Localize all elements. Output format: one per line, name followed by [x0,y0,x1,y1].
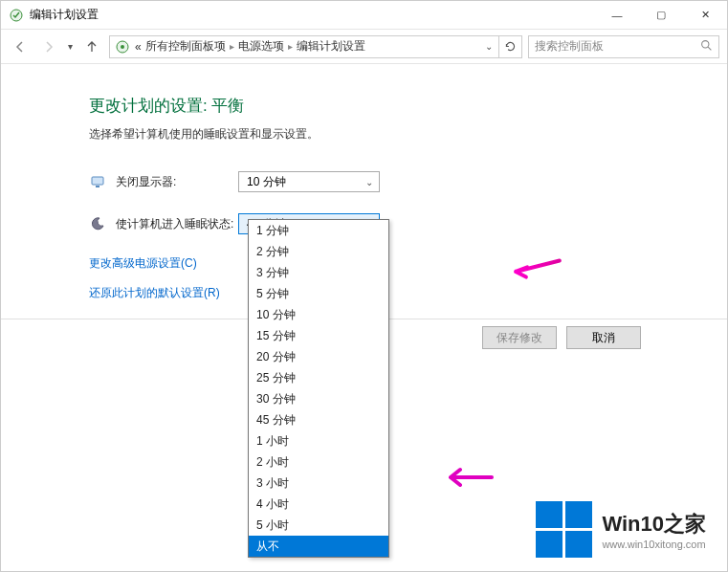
cancel-button[interactable]: 取消 [566,326,641,349]
dropdown-option[interactable]: 25 分钟 [249,367,388,388]
dropdown-option[interactable]: 45 分钟 [249,409,388,430]
dropdown-option[interactable]: 30 分钟 [249,388,388,409]
svg-point-2 [121,45,124,49]
dropdown-option[interactable]: 4 小时 [249,494,388,515]
search-input[interactable]: 搜索控制面板 [528,35,719,58]
sleep-label: 使计算机进入睡眠状态: [116,216,238,232]
svg-point-3 [702,40,709,47]
search-placeholder: 搜索控制面板 [535,38,604,55]
back-button[interactable] [9,35,32,58]
recent-dropdown[interactable]: ▾ [66,41,75,52]
chevron-down-icon: ⌄ [365,177,373,187]
dropdown-option[interactable]: 2 分钟 [249,241,388,262]
page-subtext: 选择希望计算机使用的睡眠设置和显示设置。 [89,126,727,143]
dropdown-option[interactable]: 1 小时 [249,430,388,451]
row-turn-off-display: 关闭显示器: 10 分钟 ⌄ [89,171,727,192]
address-icon [114,38,131,55]
breadcrumb-sep: ▸ [230,41,234,52]
dropdown-option[interactable]: 5 小时 [249,515,388,536]
dropdown-option[interactable]: 20 分钟 [249,346,388,367]
minimize-button[interactable]: — [595,1,639,30]
annotation-arrow [439,458,496,499]
breadcrumb-item[interactable]: 所有控制面板项 [145,38,226,55]
display-off-value: 10 分钟 [247,174,286,190]
breadcrumb-dropdown[interactable]: ⌄ [483,41,495,52]
svg-line-4 [708,47,711,50]
display-off-select[interactable]: 10 分钟 ⌄ [238,171,380,192]
forward-button[interactable] [37,35,60,58]
window-title: 编辑计划设置 [30,7,595,23]
moon-icon [89,215,106,232]
page-heading: 更改计划的设置: 平衡 [89,95,727,117]
dropdown-option[interactable]: 2 小时 [249,451,388,473]
advanced-settings-link[interactable]: 更改高级电源设置(C) [89,255,727,272]
app-icon [9,8,24,23]
dropdown-option[interactable]: 10 分钟 [249,304,388,325]
breadcrumb-item[interactable]: 编辑计划设置 [297,38,365,55]
button-row: 保存修改 取消 [482,326,641,349]
search-icon [700,39,713,55]
toolbar: ▾ « 所有控制面板项 ▸ 电源选项 ▸ 编辑计划设置 ⌄ 搜索控制面板 [1,30,727,64]
dropdown-option[interactable]: 3 分钟 [249,262,388,283]
close-button[interactable]: ✕ [683,1,727,30]
svg-rect-6 [96,186,99,187]
maximize-button[interactable]: ▢ [639,1,683,30]
display-off-label: 关闭显示器: [116,174,238,190]
restore-defaults-link[interactable]: 还原此计划的默认设置(R) [89,285,727,301]
monitor-icon [89,173,106,190]
watermark: Win10之家 www.win10xitong.com [536,501,706,558]
dropdown-option[interactable]: 1 分钟 [249,220,388,241]
titlebar: 编辑计划设置 — ▢ ✕ [1,1,727,30]
window-controls: — ▢ ✕ [595,1,727,30]
breadcrumb[interactable]: « 所有控制面板项 ▸ 电源选项 ▸ 编辑计划设置 ⌄ [109,35,499,58]
dropdown-option[interactable]: 3 小时 [249,473,388,494]
sleep-dropdown-list[interactable]: 1 分钟 2 分钟 3 分钟 5 分钟 10 分钟 15 分钟 20 分钟 25… [248,219,389,558]
breadcrumb-prefix: « [135,40,142,54]
breadcrumb-item[interactable]: 电源选项 [238,38,284,55]
windows-logo-icon [536,501,592,558]
row-sleep: 使计算机进入睡眠状态: 45 分钟 ⌄ [89,213,727,234]
watermark-url: www.win10xitong.com [602,539,706,550]
save-button[interactable]: 保存修改 [482,326,557,349]
up-button[interactable] [80,35,103,58]
watermark-title: Win10之家 [602,510,706,539]
breadcrumb-sep: ▸ [288,41,293,52]
refresh-button[interactable] [499,35,522,58]
dropdown-option[interactable]: 5 分钟 [249,283,388,304]
svg-rect-5 [92,177,103,185]
dropdown-option-highlighted[interactable]: 从不 [249,536,388,557]
dropdown-option[interactable]: 15 分钟 [249,325,388,346]
